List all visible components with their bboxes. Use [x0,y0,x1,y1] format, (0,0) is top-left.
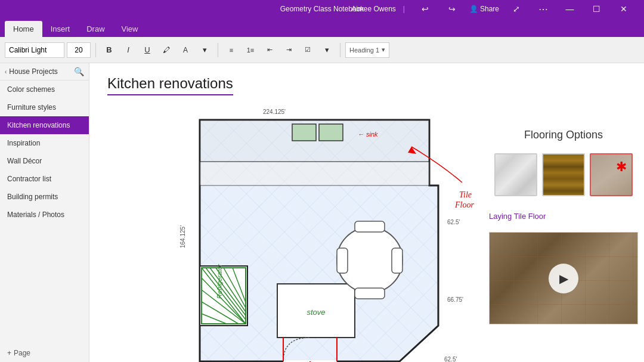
font-size-input[interactable] [67,42,91,58]
indent-inc-btn[interactable]: ⇥ [280,42,297,58]
content-body: 224.125' 62.5' 66.75' 164.125' 224.5' 62… [107,105,626,362]
more-para-btn[interactable]: ▾ [318,42,335,58]
floor-plan-container: 224.125' 62.5' 66.75' 164.125' 224.5' 62… [107,105,477,362]
video-thumbnail[interactable]: ▶ [489,232,638,324]
svg-text:224.125': 224.125' [263,109,286,115]
video-link-section: Laying Tile Floor [489,211,638,221]
sidebar-header: ‹ House Projects 🔍 [0,63,89,81]
flooring-panel: Flooring Options ✱ Laying Til [489,105,638,362]
italic-btn[interactable]: I [120,42,137,58]
app-title: Geometry Class Notebook [280,5,364,13]
svg-text:66.75': 66.75' [447,296,463,303]
svg-text:62.5': 62.5' [444,356,457,362]
add-page-icon: + [7,349,11,357]
video-link[interactable]: Laying Tile Floor [489,212,546,221]
sidebar-item-materials-photos[interactable]: Materials / Photos [0,206,89,224]
sidebar-item-kitchen-renovations[interactable]: Kitchen renovations [0,116,89,134]
sidebar-search-btn[interactable]: 🔍 [74,67,84,76]
notebook-name: House Projects [9,67,57,76]
floor-plan-svg: 224.125' 62.5' 66.75' 164.125' 224.5' 62… [107,105,477,362]
sidebar-item-wall-decor[interactable]: Wall Décor [0,152,89,170]
redo-btn[interactable]: ↪ [439,0,466,18]
flooring-thumb-concrete[interactable]: ✱ [590,153,633,196]
svg-text:stove: stove [306,308,325,317]
svg-rect-31 [355,288,385,299]
heading-dropdown-icon[interactable]: ▾ [382,46,385,54]
bold-btn[interactable]: B [101,42,117,58]
svg-text:Refrigerator: Refrigerator [216,264,223,299]
red-star-annotation: ✱ [616,159,627,175]
ribbon-tabs: Home Insert Draw View [0,18,644,37]
svg-rect-26 [319,124,343,141]
main-layout: ‹ House Projects 🔍 Color schemes Furnitu… [0,63,644,362]
svg-text:164.125': 164.125' [179,225,186,248]
video-play-btn[interactable]: ▶ [549,264,578,293]
close-btn[interactable]: ✕ [610,0,637,18]
heading-label: Heading 1 [349,47,379,54]
sidebar: ‹ House Projects 🔍 Color schemes Furnitu… [0,63,89,362]
share-btn[interactable]: Share [480,5,499,13]
flooring-thumbnails: ✱ [489,153,638,196]
sep2 [218,43,218,57]
text-color-btn[interactable]: A [177,42,194,58]
add-page-label: Page [14,349,30,357]
svg-rect-33 [392,248,402,273]
svg-rect-32 [337,248,348,273]
title-bar: Geometry Class Notebook Aimee Owens | ↩ … [0,0,644,18]
sep3 [340,43,340,57]
svg-text:Floor: Floor [454,200,474,209]
expand-btn[interactable]: ⤢ [503,0,530,18]
svg-rect-25 [292,124,316,141]
minimize-btn[interactable]: — [556,0,583,18]
flooring-title: Flooring Options [489,129,638,141]
more-format-btn[interactable]: ▾ [196,42,213,58]
undo-btn[interactable]: ↩ [412,0,439,18]
sidebar-collapse-btn[interactable]: ‹ [5,69,7,75]
checkbox-btn[interactable]: ☑ [299,42,316,58]
person-icon[interactable]: 👤Share [466,0,503,18]
svg-rect-24 [200,162,429,185]
page-title: Kitchen renovations [107,75,233,95]
flooring-thumb-wood[interactable] [542,153,585,196]
highlight-btn[interactable]: 🖍 [158,42,175,58]
bullets-btn[interactable]: ≡ [223,42,240,58]
tab-insert[interactable]: Insert [42,21,79,37]
tab-draw[interactable]: Draw [78,21,113,37]
indent-dec-btn[interactable]: ⇤ [261,42,278,58]
svg-text:← sink: ← sink [358,131,378,138]
underline-btn[interactable]: U [139,42,156,58]
sidebar-item-building-permits[interactable]: Building permits [0,188,89,206]
sidebar-item-furniture-styles[interactable]: Furniture styles [0,98,89,116]
sidebar-item-contractor-list[interactable]: Contractor list [0,170,89,188]
toolbar: B I U 🖍 A ▾ ≡ 1≡ ⇤ ⇥ ☑ ▾ Heading 1 ▾ [0,37,644,63]
maximize-btn[interactable]: ☐ [583,0,610,18]
svg-rect-30 [355,221,385,232]
svg-text:Tile: Tile [459,190,472,199]
marble-texture [496,154,536,195]
font-name-input[interactable] [5,42,64,58]
add-page-btn[interactable]: + Page [0,344,89,362]
numbered-btn[interactable]: 1≡ [242,42,259,58]
flooring-thumb-marble[interactable] [494,153,537,196]
sidebar-item-inspiration[interactable]: Inspiration [0,134,89,152]
wood-texture [543,154,584,195]
tab-view[interactable]: View [113,21,147,37]
tab-home[interactable]: Home [5,21,42,37]
sep1 [95,43,96,57]
sidebar-item-color-schemes[interactable]: Color schemes [0,81,89,98]
concrete-texture: ✱ [591,154,631,195]
content-area: Kitchen renovations 224.125' 62.5' 66.75… [89,63,644,362]
heading-selector[interactable]: Heading 1 ▾ [345,42,389,58]
more-options-btn[interactable]: ⋯ [530,0,556,18]
svg-text:62.5': 62.5' [447,219,460,225]
